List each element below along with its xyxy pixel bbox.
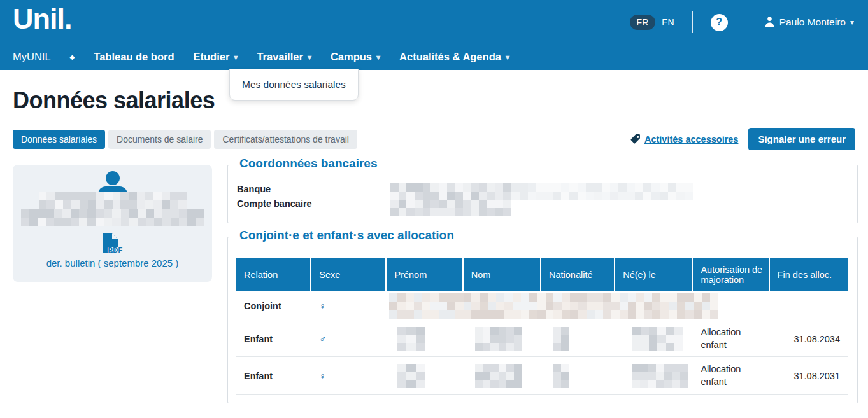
tabs-row: Données salariales Documents de salaire … [13, 128, 855, 150]
fin-alloc-cell [770, 291, 848, 321]
travailler-dropdown-menu: Mes données salariales [229, 69, 359, 101]
redacted-prenom [387, 357, 463, 395]
user-menu[interactable]: Paulo Monteiro ▾ [764, 16, 854, 29]
redacted-nom [464, 357, 541, 395]
section-title-family: Conjoint·e et enfant·s avec allocation [234, 228, 459, 242]
female-icon: ♀ [311, 291, 387, 321]
page-actions: Activités accessoires Signaler une erreu… [630, 128, 855, 150]
pdf-download[interactable]: PDF [101, 233, 124, 254]
coordonnees-bancaires-section: Coordonnées bancaires Banque Compte banc… [227, 165, 858, 223]
relation-cell: Enfant [236, 321, 311, 357]
pdf-label: PDF [108, 246, 123, 254]
fin-alloc-cell: 31.08.2031 [770, 357, 848, 395]
col-sexe: Sexe [311, 258, 387, 291]
right-column: Coordonnées bancaires Banque Compte banc… [227, 165, 858, 403]
tab-documents-de-salaire[interactable]: Documents de salaire [108, 130, 211, 149]
redacted-prenom [387, 291, 463, 321]
col-relation: Relation [236, 258, 311, 291]
chevron-down-icon: ▾ [506, 53, 509, 62]
table-row: Enfant ♂ Allocation enfant 31.08.2034 [236, 321, 848, 357]
col-prenom: Prénom [387, 258, 463, 291]
user-name: Paulo Monteiro [779, 17, 846, 28]
nav-item-etudier[interactable]: Etudier▾ [194, 51, 238, 63]
section-title-bank: Coordonnées bancaires [234, 157, 382, 171]
nav-item-travailler[interactable]: Travailler▾ [257, 51, 311, 63]
nav-item-campus[interactable]: Campus▾ [331, 51, 380, 63]
menu-item-mes-donnees-salariales[interactable]: Mes données salariales [230, 69, 358, 100]
redacted-nationalite [541, 321, 615, 357]
header-controls: FR EN ? Paulo Monteiro ▾ [630, 11, 854, 33]
redacted-nom [464, 321, 541, 357]
col-autorisation: Autorisation de majoration [693, 258, 769, 291]
conjoint-enfants-section: Conjoint·e et enfant·s avec allocation R… [227, 237, 858, 403]
redacted-account-value [390, 200, 511, 216]
redacted-nationalite [541, 357, 615, 395]
unil-logo[interactable]: Unil. [13, 3, 72, 36]
tag-icon [630, 134, 641, 144]
header-separator [13, 45, 855, 45]
person-icon [764, 16, 775, 29]
lang-en-button[interactable]: EN [662, 17, 674, 27]
main-content: PDF der. bulletin ( septembre 2025 ) Coo… [13, 165, 858, 403]
redacted-bank-value [511, 183, 693, 200]
main-nav: MyUNIL ◆ Tableau de bord Etudier▾ Travai… [13, 51, 509, 63]
diamond-icon: ◆ [70, 53, 75, 60]
tab-donnees-salariales[interactable]: Données salariales [13, 130, 105, 149]
help-icon[interactable]: ? [711, 14, 728, 31]
nav-item-myunil[interactable]: MyUNIL [13, 51, 51, 63]
tab-group: Données salariales Documents de salaire … [13, 130, 357, 149]
male-icon: ♂ [311, 321, 387, 357]
col-nationalite: Nationalité [541, 258, 615, 291]
relation-cell: Conjoint [236, 291, 311, 321]
table-row: Enfant ♀ Allocation enfant 31.08.2031 [236, 357, 848, 395]
top-header: Unil. FR EN ? Paulo Monteiro ▾ MyUNIL ◆ … [0, 0, 868, 70]
chevron-down-icon: ▾ [234, 53, 238, 62]
redacted-name-line1 [39, 192, 187, 209]
divider [692, 11, 693, 33]
page-title: Données salariales [13, 87, 868, 114]
table-row: Conjoint ♀ [236, 291, 848, 321]
redacted-name-line2 [21, 209, 204, 226]
dernier-bulletin-link[interactable]: der. bulletin ( septembre 2025 ) [46, 258, 179, 268]
family-table: Relation Sexe Prénom Nom Nationalité Né(… [236, 258, 848, 395]
redacted-bank-value [390, 183, 511, 200]
activites-accessoires-link[interactable]: Activités accessoires [630, 134, 739, 144]
redacted-prenom [387, 321, 463, 357]
chevron-down-icon: ▾ [850, 18, 854, 27]
redacted-ne-le [615, 321, 693, 357]
autorisation-cell: Allocation enfant [693, 321, 769, 357]
divider [746, 11, 746, 33]
tab-certificats-attestations[interactable]: Certificats/attestations de travail [214, 130, 357, 149]
autorisation-cell: Allocation enfant [693, 357, 769, 395]
lang-fr-button[interactable]: FR [630, 15, 656, 30]
chevron-down-icon: ▾ [376, 53, 380, 62]
signaler-une-erreur-button[interactable]: Signaler une erreur [748, 128, 855, 150]
table-header-row: Relation Sexe Prénom Nom Nationalité Né(… [236, 258, 848, 291]
fin-alloc-cell: 31.08.2034 [770, 321, 848, 357]
nav-item-tableau-de-bord[interactable]: Tableau de bord [94, 51, 174, 63]
redacted-ne-le [615, 357, 693, 395]
relation-cell: Enfant [236, 357, 311, 395]
col-ne-le: Né(e) le [615, 258, 693, 291]
nav-item-actualites-agenda[interactable]: Actualités & Agenda▾ [399, 51, 509, 63]
col-nom: Nom [464, 258, 541, 291]
col-fin-alloc: Fin des alloc. [770, 258, 848, 291]
profile-card: PDF der. bulletin ( septembre 2025 ) [13, 165, 212, 282]
chevron-down-icon: ▾ [308, 53, 311, 62]
female-icon: ♀ [311, 357, 387, 395]
